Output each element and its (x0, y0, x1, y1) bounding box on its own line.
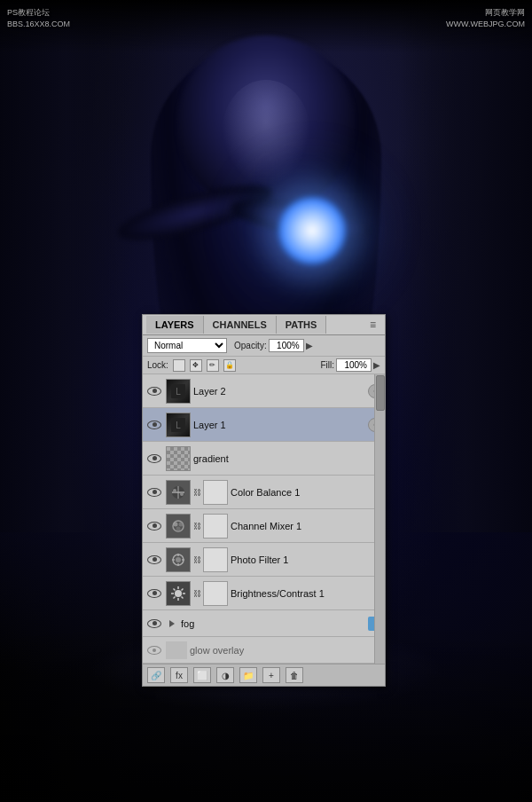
scroll-bar[interactable] (374, 374, 385, 664)
tab-layers[interactable]: LAYERS (146, 316, 204, 334)
scroll-thumb[interactable] (376, 375, 385, 411)
eye-layer1[interactable] (145, 416, 163, 434)
balance-icon (169, 484, 187, 501)
link-layers-button[interactable]: 🔗 (147, 667, 165, 683)
eye-photo-filter[interactable] (145, 551, 163, 569)
eye-symbol-gradient (147, 454, 161, 463)
fill-input[interactable] (336, 358, 372, 372)
glow-orb (277, 195, 348, 266)
eye-glow-overlay[interactable] (145, 641, 163, 659)
svg-text:L: L (176, 387, 181, 397)
layer-group-button[interactable]: 📁 (239, 667, 257, 683)
layer-row-gradient[interactable]: gradient (143, 442, 385, 476)
panel-menu-icon[interactable]: ≡ (364, 315, 381, 334)
layer-row-glow-overlay[interactable]: glow overlay (143, 637, 385, 664)
eye-symbol-layer1 (147, 421, 161, 429)
eye-symbol-glow-overlay (147, 646, 161, 655)
thumb-container-gradient (166, 446, 191, 471)
lock-paint[interactable]: ✏ (207, 359, 219, 372)
blend-mode-select[interactable]: Normal Multiply Screen Overlay (147, 338, 227, 353)
channel-mixer-name: Channel Mixer 1 (231, 521, 382, 531)
eye-layer2[interactable] (145, 382, 163, 400)
layer-row-layer1[interactable]: L Layer 1 ○ (143, 408, 385, 442)
eye-channel-mixer[interactable] (145, 517, 163, 535)
opacity-label: Opacity: (234, 341, 267, 350)
layer-row-brightness[interactable]: ⛓ Brightness/Contrast 1 (143, 577, 385, 610)
fog-controls (166, 617, 178, 630)
glow-overlay-controls (166, 641, 187, 659)
eye-symbol-channel-mixer (147, 522, 161, 531)
panel-bottom-bar: 🔗 fx ⬜ ◑ 📁 + 🗑 (143, 664, 385, 686)
eye-symbol-fog (147, 619, 161, 628)
chain-channel-mixer: ⛓ (192, 514, 201, 539)
fog-expand[interactable] (169, 620, 175, 627)
tab-channels[interactable]: CHANNELS (204, 316, 277, 334)
svg-point-13 (176, 526, 181, 531)
svg-text:L: L (176, 421, 181, 430)
svg-point-16 (176, 557, 181, 562)
fill-label: Fill: (320, 360, 334, 370)
mixer-icon (168, 516, 188, 536)
eye-fog[interactable] (145, 615, 163, 633)
layer-row-fog[interactable]: fog (143, 610, 385, 637)
brightness-name: Brightness/Contrast 1 (231, 588, 382, 599)
opacity-field: Opacity: ▶ (234, 339, 313, 352)
new-layer-button[interactable]: + (262, 667, 280, 683)
watermark-right: 网页教学网 WWW.WEBJPG.COM (446, 7, 525, 29)
svg-point-11 (174, 522, 178, 526)
panel-tabs: LAYERS CHANNELS PATHS ≡ (143, 315, 385, 335)
thumb-container-channel-mixer: ⛓ (166, 514, 228, 539)
panel-content: L Layer 2 ○ L Layer 1 ○ (143, 374, 385, 664)
svg-rect-9 (169, 517, 187, 535)
glow-overlay-name: glow overlay (190, 645, 382, 656)
fog-name: fog (181, 618, 365, 629)
svg-point-6 (173, 489, 176, 492)
blend-mode-row: Normal Multiply Screen Overlay Opacity: … (143, 335, 385, 357)
thumb-icon-layer1: L (169, 416, 187, 434)
layer2-name: Layer 2 (193, 386, 365, 397)
right-tree (399, 0, 532, 532)
layer-row-layer2[interactable]: L Layer 2 ○ (143, 374, 385, 408)
face-highlight (222, 80, 310, 186)
fill-section: Fill: ▶ (320, 358, 380, 372)
chain-brightness: ⛓ (192, 581, 201, 606)
adjustment-layer-button[interactable]: ◑ (216, 667, 234, 683)
eye-symbol-color-balance (147, 488, 161, 497)
thumb-layer1: L (166, 413, 191, 437)
eye-gradient[interactable] (145, 450, 163, 468)
delete-layer-button[interactable]: 🗑 (286, 667, 303, 683)
mask-photo-filter (203, 547, 228, 572)
thumb-layer2: L (166, 379, 191, 404)
lock-checkbox[interactable] (173, 359, 185, 372)
opacity-arrow[interactable]: ▶ (306, 341, 313, 350)
eye-brightness[interactable] (145, 585, 163, 602)
lock-move[interactable]: ✥ (190, 359, 202, 372)
gradient-name: gradient (193, 453, 382, 464)
watermark-left: PS教程论坛 BBS.16XX8.COM (7, 7, 70, 29)
layer-row-photo-filter[interactable]: ⛓ Photo Filter 1 (143, 543, 385, 577)
layer-row-channel-mixer[interactable]: ⛓ Channel Mixer 1 (143, 509, 385, 543)
left-tree (0, 0, 133, 532)
fill-arrow[interactable]: ▶ (373, 360, 380, 370)
layers-panel: LAYERS CHANNELS PATHS ≡ Normal Multiply … (142, 314, 386, 687)
layer-mask-button[interactable]: ⬜ (193, 667, 211, 683)
layer1-name: Layer 1 (193, 420, 365, 430)
thumb-glow-overlay (166, 641, 187, 659)
eye-color-balance[interactable] (145, 484, 163, 501)
thumb-brightness (166, 581, 191, 606)
thumb-container-color-balance: ⛓ (166, 480, 228, 505)
svg-point-12 (179, 522, 184, 526)
opacity-input[interactable] (269, 339, 304, 352)
lock-all[interactable]: 🔒 (223, 359, 236, 372)
mask-brightness (203, 581, 228, 606)
fog-folder-icon (166, 617, 178, 630)
layer-style-button[interactable]: fx (170, 667, 188, 683)
lock-row: Lock: ✥ ✏ 🔒 Fill: ▶ (143, 357, 385, 374)
tab-paths[interactable]: PATHS (277, 316, 327, 334)
mask-channel-mixer (203, 514, 228, 539)
layer-row-color-balance[interactable]: ⛓ Color Balance 1 (143, 476, 385, 509)
thumb-container-layer1: L (166, 413, 191, 437)
color-balance-name: Color Balance 1 (231, 487, 382, 498)
thumb-container-brightness: ⛓ (166, 581, 228, 606)
filter-icon (168, 550, 188, 570)
